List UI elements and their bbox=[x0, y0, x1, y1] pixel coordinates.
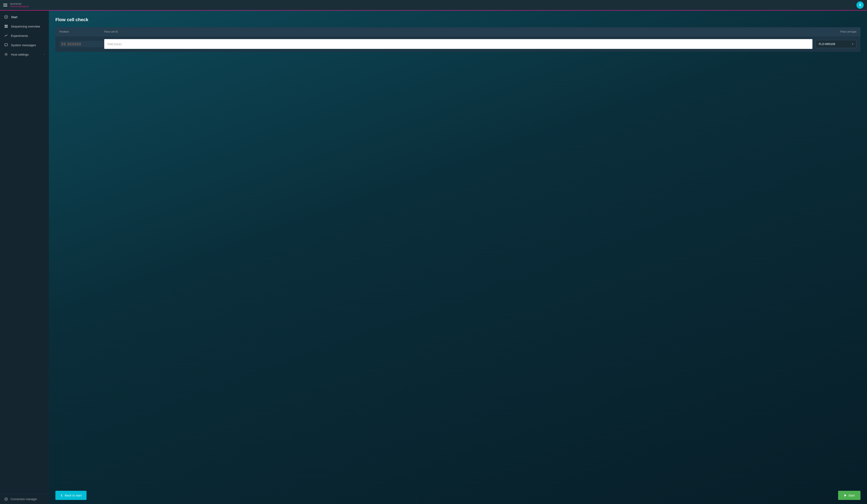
header-flow-cell-type: Flow cell type bbox=[816, 30, 856, 33]
sidebar-item-system-messages[interactable]: System messages bbox=[0, 40, 49, 50]
svg-rect-3 bbox=[6, 25, 8, 26]
svg-rect-4 bbox=[5, 26, 6, 28]
menu-button[interactable] bbox=[3, 4, 7, 7]
topbar-left: MinKNOW Oxford Nanopore bbox=[3, 3, 29, 8]
chevron-down-icon: ▾ bbox=[852, 43, 853, 45]
sidebar-nav: Start Sequencing overview bbox=[0, 11, 49, 494]
svg-marker-11 bbox=[844, 494, 846, 497]
table-row: ██ ██████ FLO-MIN106 ▾ bbox=[55, 36, 860, 52]
start-button-label: Start bbox=[848, 494, 855, 497]
svg-point-7 bbox=[6, 54, 7, 55]
brand-line2: Oxford Nanopore bbox=[10, 5, 29, 8]
trend-icon bbox=[4, 34, 8, 38]
svg-marker-1 bbox=[6, 16, 7, 18]
gear-icon bbox=[4, 52, 8, 56]
connection-manager-label: Connection manager bbox=[11, 497, 37, 501]
sidebar-item-experiments[interactable]: Experiments bbox=[0, 31, 49, 40]
chevron-left-icon bbox=[60, 494, 63, 497]
svg-rect-2 bbox=[5, 25, 6, 26]
content-body: Flow cell check Position Flow cell ID Fl… bbox=[49, 11, 867, 504]
sidebar-item-start[interactable]: Start bbox=[0, 12, 49, 22]
main-layout: Start Sequencing overview bbox=[0, 11, 867, 504]
content-footer: Back to start Start bbox=[49, 487, 867, 504]
position-value: ██ ██████ bbox=[60, 41, 104, 47]
header-position: Position bbox=[60, 30, 104, 33]
sidebar: Start Sequencing overview bbox=[0, 11, 49, 504]
sidebar-item-sequencing-overview[interactable]: Sequencing overview bbox=[0, 22, 49, 31]
sidebar-item-experiments-label: Experiments bbox=[11, 34, 45, 37]
chevron-right-icon: › bbox=[44, 53, 45, 56]
content-area: Flow cell check Position Flow cell ID Fl… bbox=[49, 11, 867, 504]
sidebar-item-start-label: Start bbox=[11, 15, 45, 19]
grid-icon bbox=[4, 24, 8, 28]
svg-point-8 bbox=[5, 498, 8, 501]
page-title: Flow cell check bbox=[55, 17, 860, 22]
flow-cell-type-select[interactable]: FLO-MIN106 ▾ bbox=[816, 40, 856, 48]
circle-play-icon bbox=[4, 15, 8, 19]
topbar: MinKNOW Oxford Nanopore S bbox=[0, 0, 867, 11]
sidebar-item-host-settings[interactable]: Host settings › bbox=[0, 50, 49, 59]
svg-rect-5 bbox=[6, 26, 8, 28]
brand-line1: MinKNOW bbox=[10, 3, 29, 5]
flow-cell-type-value: FLO-MIN106 bbox=[819, 42, 835, 46]
flow-cell-table: Position Flow cell ID Flow cell type ██ … bbox=[55, 27, 860, 52]
header-flow-cell-id: Flow cell ID bbox=[104, 30, 816, 33]
sidebar-footer-connection-manager[interactable]: Connection manager bbox=[0, 494, 49, 504]
plug-icon bbox=[4, 497, 8, 501]
flow-cell-id-input[interactable] bbox=[104, 39, 812, 49]
start-button[interactable]: Start bbox=[838, 491, 860, 500]
table-header: Position Flow cell ID Flow cell type bbox=[55, 27, 860, 36]
svg-rect-6 bbox=[5, 44, 8, 46]
sidebar-item-host-settings-label: Host settings bbox=[11, 53, 41, 56]
play-icon bbox=[844, 494, 847, 497]
back-to-start-button[interactable]: Back to start bbox=[55, 491, 87, 500]
chat-icon bbox=[4, 43, 8, 47]
brand: MinKNOW Oxford Nanopore bbox=[10, 3, 29, 8]
sidebar-item-sequencing-label: Sequencing overview bbox=[11, 25, 45, 28]
sidebar-item-system-messages-label: System messages bbox=[11, 43, 45, 47]
back-button-label: Back to start bbox=[65, 494, 82, 497]
user-avatar[interactable]: S bbox=[856, 1, 864, 9]
